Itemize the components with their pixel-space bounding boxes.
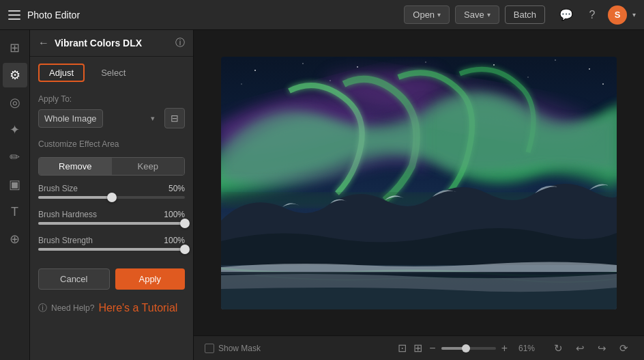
apply-to-dropdown-wrap: Whole Image Background Subject	[38, 109, 160, 128]
svg-point-4	[425, 61, 426, 63]
sidebar-brush-btn[interactable]: ✏	[3, 145, 27, 169]
tabs-row: Adjust Select	[30, 57, 193, 89]
chat-icon-button[interactable]: 💬	[556, 5, 576, 25]
zoom-in-button[interactable]: +	[500, 342, 509, 355]
zoom-value: 61%	[513, 344, 535, 353]
sidebar-plugin-btn[interactable]: ⊕	[3, 227, 27, 251]
svg-point-5	[493, 64, 495, 66]
brush-size-track[interactable]	[38, 196, 185, 199]
bottombar-right: ↻ ↩ ↪ ⟳	[548, 339, 633, 358]
svg-point-1	[254, 70, 256, 71]
zoom-controls: ⊡ ⊞ − + 61%	[396, 342, 535, 355]
zoom-slider-fill	[441, 347, 463, 350]
svg-point-3	[357, 66, 358, 68]
back-button[interactable]: ←	[38, 37, 49, 49]
zoom-fit-button[interactable]: ⊡	[396, 342, 408, 355]
save-chevron: ▾	[487, 11, 491, 18]
zoom-grid-button[interactable]: ⊞	[412, 342, 424, 355]
apply-button[interactable]: Apply	[115, 268, 186, 290]
brush-hardness-slider-row: Brush Hardness 100%	[30, 206, 193, 232]
svg-point-10	[527, 77, 528, 77]
sidebar-text-btn[interactable]: T	[3, 199, 27, 224]
brush-strength-track[interactable]	[38, 248, 185, 251]
apply-to-select[interactable]: Whole Image Background Subject	[38, 109, 103, 128]
sidebar-frames-btn[interactable]: ▣	[3, 172, 27, 197]
main-layout: ⊞ ⚙ ◎ ✦ ✏ ▣ T ⊕ ← Vibrant Colors DLX ⓘ A…	[0, 30, 644, 360]
menu-icon[interactable]	[8, 8, 22, 22]
brush-hardness-value: 100%	[164, 210, 185, 219]
brush-hardness-fill	[38, 222, 185, 225]
brush-strength-value: 100%	[164, 236, 185, 245]
help-info-icon: ⓘ	[38, 302, 47, 314]
zoom-slider-thumb[interactable]	[462, 344, 470, 352]
brush-size-slider-row: Brush Size 50%	[30, 180, 193, 206]
brush-size-value: 50%	[169, 184, 185, 193]
svg-point-7	[589, 68, 590, 70]
panel-title: Vibrant Colors DLX	[55, 38, 170, 49]
sidebar-effects-btn[interactable]: ✦	[3, 117, 27, 142]
help-icon-button[interactable]: ?	[582, 5, 602, 25]
icon-sidebar: ⊞ ⚙ ◎ ✦ ✏ ▣ T ⊕	[0, 30, 30, 360]
apply-to-icon-button[interactable]: ⊟	[164, 108, 185, 128]
sidebar-layers-btn[interactable]: ⊞	[3, 36, 27, 60]
brush-size-label: Brush Size	[38, 184, 78, 193]
cancel-button[interactable]: Cancel	[38, 268, 110, 290]
batch-button[interactable]: Batch	[505, 5, 545, 24]
apply-to-label: Apply To:	[38, 94, 185, 104]
bottombar: Show Mask ⊡ ⊞ − + 61% ↻ ↩ ↪ ⟳	[194, 335, 644, 360]
topbar: Photo Editor Open ▾ Save ▾ Batch 💬 ? S ▾	[0, 0, 644, 30]
open-chevron: ▾	[437, 11, 441, 18]
keep-button[interactable]: Keep	[112, 158, 185, 175]
customize-label: Customize Effect Area	[30, 134, 193, 149]
panel-header: ← Vibrant Colors DLX ⓘ	[30, 30, 193, 57]
help-text: Need Help?	[51, 303, 94, 313]
brush-size-thumb[interactable]	[107, 193, 117, 202]
show-mask-label: Show Mask	[218, 344, 261, 353]
svg-point-6	[555, 59, 556, 61]
remove-keep-toggle: Remove Keep	[38, 157, 185, 176]
brush-strength-thumb[interactable]	[180, 245, 190, 254]
avatar-chevron: ▾	[632, 11, 636, 18]
refresh-button[interactable]: ↻	[548, 339, 568, 358]
sidebar-adjustments-btn[interactable]: ⚙	[3, 63, 27, 87]
show-mask-checkbox[interactable]	[205, 344, 214, 353]
brush-strength-fill	[38, 248, 185, 251]
zoom-slider-track[interactable]	[441, 347, 496, 350]
reset-button[interactable]: ⟳	[614, 339, 633, 358]
open-button[interactable]: Open ▾	[404, 5, 450, 24]
panel: ← Vibrant Colors DLX ⓘ Adjust Select App…	[30, 30, 194, 360]
app-title: Photo Editor	[27, 10, 80, 20]
aurora-image	[221, 57, 617, 309]
zoom-out-button[interactable]: −	[428, 342, 437, 355]
brush-hardness-track[interactable]	[38, 222, 185, 225]
brush-size-fill	[38, 196, 112, 199]
svg-point-8	[241, 83, 241, 84]
aurora-svg	[221, 57, 617, 309]
help-row: ⓘ Need Help? Here's a Tutorial	[30, 298, 193, 322]
undo-button[interactable]: ↩	[570, 339, 589, 358]
brush-hardness-label: Brush Hardness	[38, 210, 97, 219]
show-mask-checkbox-row[interactable]: Show Mask	[205, 344, 261, 353]
svg-point-2	[302, 63, 304, 64]
brush-strength-slider-row: Brush Strength 100%	[30, 232, 193, 258]
canvas-image-wrap[interactable]	[194, 30, 644, 335]
svg-point-11	[602, 83, 604, 85]
save-button[interactable]: Save ▾	[455, 5, 499, 24]
apply-to-row: Whole Image Background Subject ⊟	[38, 108, 185, 128]
remove-button[interactable]: Remove	[39, 158, 112, 175]
topbar-right: 💬 ? S ▾	[556, 5, 636, 25]
info-button[interactable]: ⓘ	[175, 37, 185, 49]
canvas-area: Show Mask ⊡ ⊞ − + 61% ↻ ↩ ↪ ⟳	[194, 30, 644, 360]
help-tutorial-link[interactable]: Here's a Tutorial	[98, 302, 177, 314]
tab-select[interactable]: Select	[90, 64, 136, 82]
avatar[interactable]: S	[608, 5, 627, 25]
brush-hardness-thumb[interactable]	[180, 219, 190, 228]
brush-strength-label: Brush Strength	[38, 236, 93, 245]
redo-button[interactable]: ↪	[592, 339, 611, 358]
tab-adjust[interactable]: Adjust	[38, 64, 85, 82]
action-row: Cancel Apply	[30, 260, 193, 298]
apply-to-section: Apply To: Whole Image Background Subject…	[30, 89, 193, 134]
sidebar-eye-btn[interactable]: ◎	[3, 90, 27, 115]
